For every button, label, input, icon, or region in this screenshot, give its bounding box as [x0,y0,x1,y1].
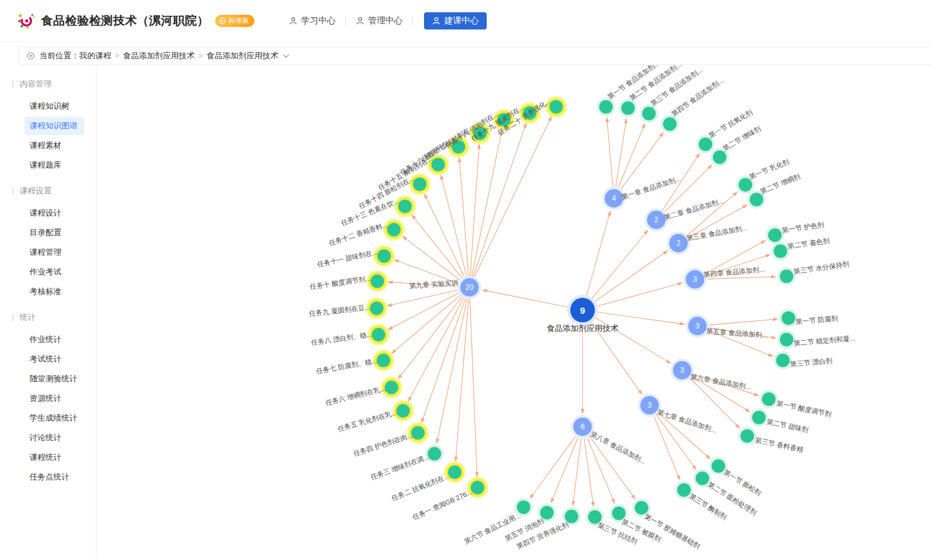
graph-label: 第二节 增稠剂 [759,173,801,195]
graph-label: 任务九 凝固剂在豆... [308,303,371,317]
graph-node-chapter[interactable]: 20 [458,276,481,299]
person-icon [432,17,441,25]
nav-course-building-center[interactable]: 建课中心 [424,12,487,29]
graph-label: 任务六 增稠剂在乳... [324,384,386,406]
graph-label: 第六章 食品添加剂... [690,373,752,391]
sidebar-item[interactable]: 随堂测验统计 [25,370,84,388]
sidebar-item[interactable]: 目录配置 [25,224,84,242]
graph-label: 第五章 食品添加剂... [706,327,768,339]
graph-label: 任务八 漂白剂、稳... [310,330,372,346]
knowledge-graph[interactable]: 42233336209第一节 食品添加剂...第二节 食品添加剂...第三节 食… [96,65,931,555]
divider [412,17,413,25]
breadcrumb-prefix: 当前位置： [39,50,79,61]
chevron-down-icon[interactable] [283,54,289,58]
graph-node-root[interactable]: 9 [567,295,598,325]
graph-label: 第六节 食品工业用... [463,511,522,545]
breadcrumb-separator: > [115,52,119,60]
graph-label: 第二节 甜味剂 [766,418,809,434]
graph-label: 任务一 查阅GB 276... [411,488,473,521]
graph-label: 任务二 抗氧化剂在... [390,472,450,502]
graph-label: 第七章 食品添加剂... [656,408,717,434]
graph-label: 任务五 乳化剂在乳... [337,408,398,432]
edition-badge: 标准版 [215,15,254,27]
sidebar-item[interactable]: 作业考试 [25,263,84,281]
edition-badge-label: 标准版 [229,16,249,25]
sidebar-item[interactable]: 课程素材 [25,136,84,155]
person-icon [289,17,297,25]
graph-label: 任务三 增味剂在调... [369,453,430,481]
sidebar-item[interactable]: 课程题库 [25,156,84,174]
breadcrumb: 当前位置： 我的课程>食品添加剂应用技术>食品添加剂应用技术 [18,47,931,65]
nav-learning-center[interactable]: 学习中心 [279,15,345,26]
graph-label: 第一节 酸度调节剂 [776,399,833,418]
svg-text:20: 20 [465,283,474,292]
graph-node-leaf[interactable] [738,427,756,445]
breadcrumb-item[interactable]: 我的课程 [79,51,111,60]
graph-label: 第三章 食品添加剂... [686,224,748,242]
sidebar-section-title: 课程设置 [0,179,96,203]
sidebar-item[interactable]: 课程管理 [25,243,84,262]
graph-label: 第一章 食品添加剂... [621,175,682,201]
sidebar-item[interactable]: 课程设计 [25,204,84,222]
graph-node-leaf[interactable] [597,98,615,116]
svg-text:6: 6 [581,422,585,431]
sidebar-section-title: 统计 [0,306,96,329]
graph-label: 第三节 酶制剂 [688,492,728,521]
app-header: 食品检验检测技术（漯河职院） 标准版 学习中心 管理中心 [0,0,931,42]
sidebar-item[interactable]: 讨论统计 [25,429,84,447]
app-title: 食品检验检测技术（漯河职院） [41,13,209,29]
sidebar-item[interactable]: 课程知识树 [25,97,84,115]
section-bar-icon [12,80,14,88]
graph-node-leaf[interactable] [760,390,778,408]
sidebar-item[interactable]: 课程知识图谱 [25,117,84,135]
breadcrumb-items: 我的课程>食品添加剂应用技术>食品添加剂应用技术 [79,50,278,61]
sidebar-item[interactable]: 课程统计 [25,448,84,467]
svg-text:3: 3 [696,322,700,330]
graph-node-leaf[interactable] [661,115,679,133]
location-icon [26,52,35,60]
graph-label: 第一节 乳化剂 [748,158,790,181]
graph-label: 任务十二 香精香料... [328,220,389,246]
graph-label: 第三节 漂白剂 [790,357,833,368]
sidebar-section-title: 内容管理 [0,72,96,96]
graph-canvas[interactable]: 42233336209第一节 食品添加剂...第二节 食品添加剂...第三节 食… [96,65,931,559]
sidebar-item[interactable]: 考核标准 [25,282,84,301]
sidebar-item[interactable]: 任务点统计 [25,468,84,486]
graph-label: 第三节 水分保持剂 [793,260,850,275]
graph-label: 任务四 护色剂在肉... [353,431,414,457]
graph-label: 第四节 营养强化剂 [516,521,570,550]
graph-node-leaf[interactable] [750,408,768,427]
graph-label: 第四章 食品添加剂... [703,265,765,278]
nav-management-center[interactable]: 管理中心 [346,15,412,26]
sidebar-item[interactable]: 考试统计 [25,350,84,368]
breadcrumb-separator: > [198,52,203,60]
sidebar: 内容管理课程知识树课程知识图谱课程素材课程题库课程设置课程设计目录配置课程管理作… [0,65,96,559]
graph-node-leaf[interactable] [640,104,658,123]
graph-root-label: 食品添加剂应用技术 [547,324,619,333]
header-nav: 学习中心 管理中心 建课中心 [279,12,487,29]
graph-label: 任务七 防腐剂、稳... [316,357,378,375]
graph-label: 第九章 实验实训 [409,279,458,290]
graph-node-leaf[interactable] [619,99,637,117]
sidebar-item[interactable]: 学生成绩统计 [25,409,84,427]
graph-label: 第一节 防腐剂 [795,314,838,325]
sidebar-item[interactable]: 作业统计 [25,330,84,349]
graph-label: 任务十一 甜味剂在... [316,248,379,268]
sidebar-item[interactable]: 资源统计 [25,389,84,408]
svg-text:3: 3 [648,401,652,410]
edition-badge-icon [219,17,226,25]
graph-label: 第二章 食品添加剂... [663,197,725,221]
svg-text:3: 3 [680,366,685,375]
section-bar-icon [12,187,14,195]
breadcrumb-item[interactable]: 食品添加剂应用技术 [206,51,278,60]
svg-text:2: 2 [654,216,659,224]
svg-text:2: 2 [677,239,681,247]
svg-text:9: 9 [580,305,585,316]
breadcrumb-bar: 当前位置： 我的课程>食品添加剂应用技术>食品添加剂应用技术 [0,42,931,65]
graph-label: 任务十 酸度调节剂... [309,274,371,290]
section-bar-icon [12,314,14,321]
graph-label: 第二节 着色剂 [787,236,830,249]
graph-label: 第三节 香料香精 [755,436,804,453]
breadcrumb-item[interactable]: 食品添加剂应用技术 [123,51,195,60]
svg-text:4: 4 [612,194,616,203]
